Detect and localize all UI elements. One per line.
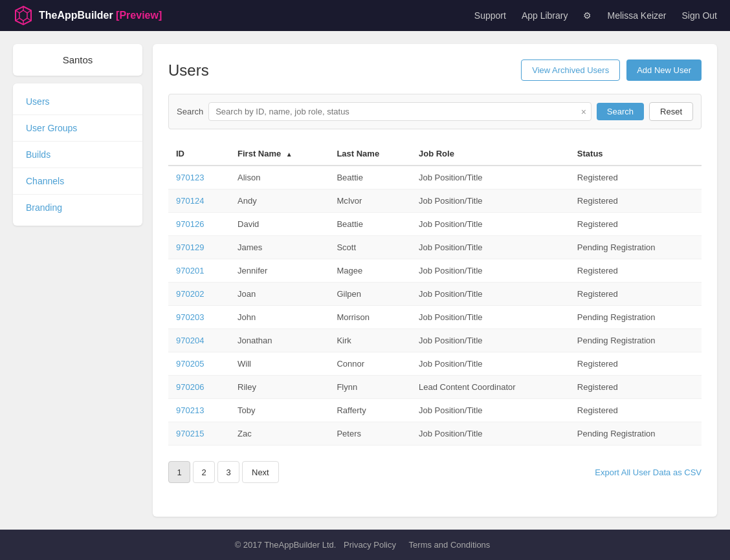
page-1-button[interactable]: 1 bbox=[168, 461, 190, 483]
brand-preview: [Preview] bbox=[116, 10, 162, 21]
page-title: Users bbox=[168, 61, 209, 80]
user-id-link[interactable]: 970205 bbox=[176, 359, 204, 369]
main-content: Users View Archived Users Add New User S… bbox=[153, 44, 717, 517]
table-header: ID First Name ▲ Last Name Job Role Statu… bbox=[168, 142, 702, 166]
user-id-link[interactable]: 970215 bbox=[176, 429, 204, 438]
cell-job-role: Job Position/Title bbox=[411, 399, 570, 422]
sidebar: Santos Users User Groups Builds Channels… bbox=[13, 44, 142, 517]
search-input[interactable] bbox=[208, 102, 592, 121]
user-id-link[interactable]: 970123 bbox=[176, 173, 204, 182]
cell-last-name: Connor bbox=[329, 352, 411, 376]
table-row: 970124 Andy McIvor Job Position/Title Re… bbox=[168, 189, 702, 213]
cell-status: Registered bbox=[570, 166, 702, 189]
table-row: 970205 Will Connor Job Position/Title Re… bbox=[168, 352, 702, 376]
export-csv-link[interactable]: Export All User Data as CSV bbox=[595, 468, 702, 477]
sidebar-item-channels[interactable]: Channels bbox=[13, 168, 142, 195]
cell-job-role: Job Position/Title bbox=[411, 329, 570, 352]
cell-status: Pending Registration bbox=[570, 329, 702, 352]
cell-last-name: Peters bbox=[329, 422, 411, 446]
cell-id: 970123 bbox=[168, 166, 230, 189]
cell-job-role: Job Position/Title bbox=[411, 236, 570, 259]
column-id: ID bbox=[168, 142, 230, 166]
pagination-row: 1 2 3 Next Export All User Data as CSV bbox=[168, 461, 702, 483]
user-id-link[interactable]: 970213 bbox=[176, 405, 204, 415]
search-button[interactable]: Search bbox=[597, 103, 644, 120]
user-id-link[interactable]: 970201 bbox=[176, 266, 204, 275]
reset-button[interactable]: Reset bbox=[649, 102, 693, 121]
logo-area: TheAppBuilder [Preview] bbox=[13, 5, 162, 26]
cell-last-name: Flynn bbox=[329, 376, 411, 399]
user-id-link[interactable]: 970204 bbox=[176, 336, 204, 345]
terms-link[interactable]: Terms and Conditions bbox=[409, 540, 491, 550]
cell-first-name: David bbox=[230, 213, 329, 236]
cell-status: Registered bbox=[570, 352, 702, 376]
cell-id: 970201 bbox=[168, 259, 230, 283]
footer: © 2017 TheAppBuilder Ltd. Privacy Policy… bbox=[0, 530, 730, 560]
cell-job-role: Lead Content Coordinator bbox=[411, 376, 570, 399]
sign-out-link[interactable]: Sign Out bbox=[682, 10, 717, 21]
brand-name: TheAppBuilder [Preview] bbox=[39, 10, 162, 21]
cell-first-name: Joan bbox=[230, 283, 329, 306]
cell-last-name: Magee bbox=[329, 259, 411, 283]
cell-status: Registered bbox=[570, 259, 702, 283]
cell-status: Registered bbox=[570, 189, 702, 213]
table-row: 970129 James Scott Job Position/Title Pe… bbox=[168, 236, 702, 259]
user-id-link[interactable]: 970206 bbox=[176, 382, 204, 392]
copyright: © 2017 TheAppBuilder Ltd. bbox=[235, 540, 337, 550]
cell-job-role: Job Position/Title bbox=[411, 283, 570, 306]
privacy-policy-link[interactable]: Privacy Policy bbox=[344, 540, 396, 550]
search-bar: Search × Search Reset bbox=[168, 94, 702, 129]
search-label: Search bbox=[177, 107, 203, 116]
sidebar-item-branding[interactable]: Branding bbox=[13, 195, 142, 221]
cell-first-name: James bbox=[230, 236, 329, 259]
user-id-link[interactable]: 970202 bbox=[176, 289, 204, 299]
settings-icon[interactable]: ⚙ bbox=[583, 10, 592, 21]
cell-job-role: Job Position/Title bbox=[411, 352, 570, 376]
column-first-name[interactable]: First Name ▲ bbox=[230, 142, 329, 166]
sidebar-item-builds[interactable]: Builds bbox=[13, 142, 142, 168]
cell-job-role: Job Position/Title bbox=[411, 213, 570, 236]
cell-id: 970215 bbox=[168, 422, 230, 446]
sidebar-item-users[interactable]: Users bbox=[13, 89, 142, 115]
table-row: 970213 Toby Rafferty Job Position/Title … bbox=[168, 399, 702, 422]
cell-job-role: Job Position/Title bbox=[411, 189, 570, 213]
cell-first-name: Alison bbox=[230, 166, 329, 189]
cell-last-name: Beattie bbox=[329, 213, 411, 236]
table-row: 970204 Jonathan Kirk Job Position/Title … bbox=[168, 329, 702, 352]
app-library-link[interactable]: App Library bbox=[522, 10, 568, 21]
cell-first-name: Riley bbox=[230, 376, 329, 399]
cell-last-name: Morrison bbox=[329, 306, 411, 329]
column-job-role: Job Role bbox=[411, 142, 570, 166]
user-name-label: Melissa Keizer bbox=[607, 10, 666, 21]
svg-marker-1 bbox=[19, 10, 27, 21]
cell-last-name: Scott bbox=[329, 236, 411, 259]
page-3-button[interactable]: 3 bbox=[217, 461, 239, 483]
cell-status: Registered bbox=[570, 399, 702, 422]
cell-job-role: Job Position/Title bbox=[411, 422, 570, 446]
user-id-link[interactable]: 970126 bbox=[176, 219, 204, 229]
search-clear-icon[interactable]: × bbox=[581, 107, 586, 117]
user-id-link[interactable]: 970203 bbox=[176, 312, 204, 322]
cell-last-name: Rafferty bbox=[329, 399, 411, 422]
sidebar-item-user-groups[interactable]: User Groups bbox=[13, 115, 142, 142]
cell-status: Registered bbox=[570, 283, 702, 306]
user-id-link[interactable]: 970124 bbox=[176, 196, 204, 206]
add-new-user-button[interactable]: Add New User bbox=[626, 59, 702, 81]
cell-last-name: McIvor bbox=[329, 189, 411, 213]
cell-id: 970204 bbox=[168, 329, 230, 352]
cell-first-name: Andy bbox=[230, 189, 329, 213]
pagination: 1 2 3 Next bbox=[168, 461, 279, 483]
page-header: Users View Archived Users Add New User bbox=[168, 59, 702, 81]
page-2-button[interactable]: 2 bbox=[193, 461, 215, 483]
view-archived-button[interactable]: View Archived Users bbox=[521, 59, 620, 81]
top-navigation: TheAppBuilder [Preview] Support App Libr… bbox=[0, 0, 730, 31]
nav-right-area: Support App Library ⚙ Melissa Keizer Sig… bbox=[474, 10, 717, 21]
support-link[interactable]: Support bbox=[474, 10, 506, 21]
cell-status: Registered bbox=[570, 376, 702, 399]
next-page-button[interactable]: Next bbox=[242, 461, 279, 483]
cell-id: 970206 bbox=[168, 376, 230, 399]
table-row: 970126 David Beattie Job Position/Title … bbox=[168, 213, 702, 236]
cell-job-role: Job Position/Title bbox=[411, 306, 570, 329]
column-last-name: Last Name bbox=[329, 142, 411, 166]
user-id-link[interactable]: 970129 bbox=[176, 242, 204, 252]
